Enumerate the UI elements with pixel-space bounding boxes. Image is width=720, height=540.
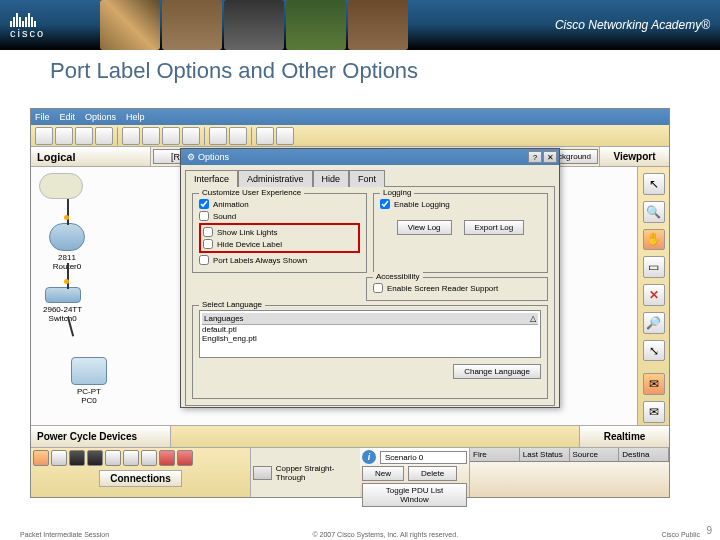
academy-text: Cisco Networking Academy® xyxy=(555,18,710,32)
footer-left: Packet Intermediate Session xyxy=(20,531,109,538)
conn-console-icon[interactable] xyxy=(51,450,67,466)
animation-checkbox[interactable]: Animation xyxy=(199,198,360,210)
tool-new-icon[interactable] xyxy=(35,127,53,145)
tool-undo-icon[interactable] xyxy=(162,127,180,145)
view-log-button[interactable]: View Log xyxy=(397,220,452,235)
conn-cross-icon[interactable] xyxy=(87,450,103,466)
switch-model: 2960-24TT xyxy=(43,305,82,314)
cisco-logo: cisco xyxy=(10,11,45,39)
lang-item-default[interactable]: default.ptl xyxy=(202,325,538,334)
col-status[interactable]: Last Status xyxy=(520,448,570,461)
scenario-dropdown[interactable]: Scenario 0 xyxy=(380,451,467,464)
device-status-bar: Copper Straight-Through xyxy=(251,448,360,497)
power-cycle-button[interactable]: Power Cycle Devices xyxy=(31,426,171,447)
device-footer: Connections Copper Straight-Through i Sc… xyxy=(31,447,669,497)
ux-legend: Customize User Experience xyxy=(199,188,304,197)
delete-tool-icon[interactable]: ✕ xyxy=(643,284,665,306)
realtime-tab[interactable]: Realtime xyxy=(579,426,669,447)
lang-item-english[interactable]: English_eng.ptl xyxy=(202,334,538,343)
note-tool-icon[interactable]: ▭ xyxy=(643,256,665,278)
col-fire[interactable]: Fire xyxy=(470,448,520,461)
device-thumb-icon xyxy=(253,466,272,480)
switch-name: Switch0 xyxy=(43,314,82,323)
scenario-panel: i Scenario 0 New Delete Toggle PDU List … xyxy=(360,448,469,497)
menu-edit[interactable]: Edit xyxy=(60,112,76,122)
logging-legend: Logging xyxy=(380,188,414,197)
event-header: Fire Last Status Source Destina xyxy=(470,448,669,462)
complex-pdu-icon[interactable]: ✉ xyxy=(643,401,665,423)
cloud-shape[interactable] xyxy=(39,173,83,199)
workspace-bottombar: Power Cycle Devices Realtime xyxy=(31,425,669,447)
logging-fieldset: Logging Enable Logging View Log Export L… xyxy=(373,193,548,273)
conn-serial2-icon[interactable] xyxy=(177,450,193,466)
tool-info-icon[interactable] xyxy=(276,127,294,145)
acc-legend: Accessibility xyxy=(373,272,423,281)
highlight-box: Show Link Lights Hide Device Label xyxy=(199,223,360,253)
port-labels-checkbox[interactable]: Port Labels Always Shown xyxy=(199,254,360,266)
conn-serial-icon[interactable] xyxy=(159,450,175,466)
tool-save-icon[interactable] xyxy=(75,127,93,145)
simple-pdu-icon[interactable]: ✉ xyxy=(643,373,665,395)
hand-tool-icon[interactable]: ✋ xyxy=(643,229,665,251)
dialog-tabs: Interface Administrative Hide Font xyxy=(181,165,559,186)
conn-phone-icon[interactable] xyxy=(123,450,139,466)
scenario-delete-button[interactable]: Delete xyxy=(408,466,457,481)
change-language-button[interactable]: Change Language xyxy=(453,364,541,379)
resize-tool-icon[interactable]: ⤡ xyxy=(643,340,665,362)
tab-interface[interactable]: Interface xyxy=(185,170,238,187)
viewport-tab[interactable]: Viewport xyxy=(599,147,669,166)
inspect-tool-icon[interactable]: 🔎 xyxy=(643,312,665,334)
menu-help[interactable]: Help xyxy=(126,112,145,122)
device-panel: Connections xyxy=(31,448,251,497)
tool-zoomin-icon[interactable] xyxy=(209,127,227,145)
close-button[interactable]: ✕ xyxy=(543,151,557,163)
info-icon[interactable]: i xyxy=(362,450,376,464)
device-switch[interactable]: 2960-24TT Switch0 xyxy=(43,287,82,323)
tab-admin[interactable]: Administrative xyxy=(238,170,313,187)
tool-redo-icon[interactable] xyxy=(182,127,200,145)
scenario-new-button[interactable]: New xyxy=(362,466,404,481)
tab-hide[interactable]: Hide xyxy=(313,170,350,187)
banner-photos xyxy=(100,0,450,50)
device-pc[interactable]: PC-PT PC0 xyxy=(71,357,107,405)
hide-device-checkbox[interactable]: Hide Device Label xyxy=(203,238,356,250)
conn-fiber-icon[interactable] xyxy=(105,450,121,466)
show-link-checkbox[interactable]: Show Link Lights xyxy=(203,226,356,238)
tab-font[interactable]: Font xyxy=(349,170,385,187)
tool-open-icon[interactable] xyxy=(55,127,73,145)
col-dest[interactable]: Destina xyxy=(619,448,669,461)
logical-tab[interactable]: Logical xyxy=(31,147,151,166)
screen-reader-checkbox[interactable]: Enable Screen Reader Support xyxy=(373,282,541,294)
sound-checkbox[interactable]: Sound xyxy=(199,210,360,222)
ux-fieldset: Customize User Experience Animation Soun… xyxy=(192,193,367,273)
col-source[interactable]: Source xyxy=(570,448,620,461)
dialog-body: Customize User Experience Animation Soun… xyxy=(185,186,555,406)
tool-palette-icon[interactable] xyxy=(256,127,274,145)
cisco-banner: cisco Cisco Networking Academy® xyxy=(0,0,720,50)
conn-straight-icon[interactable] xyxy=(69,450,85,466)
menu-options[interactable]: Options xyxy=(85,112,116,122)
cisco-wordmark: cisco xyxy=(10,27,45,39)
toggle-pdu-button[interactable]: Toggle PDU List Window xyxy=(362,483,467,507)
tool-paste-icon[interactable] xyxy=(142,127,160,145)
pc-model: PC-PT xyxy=(71,387,107,396)
language-listbox[interactable]: Languages △ default.ptl English_eng.ptl xyxy=(199,310,541,358)
dialog-titlebar[interactable]: ⚙Options ? ✕ xyxy=(181,149,559,165)
select-tool-icon[interactable]: ↖ xyxy=(643,173,665,195)
zoom-tool-icon[interactable]: 🔍 xyxy=(643,201,665,223)
dialog-title: Options xyxy=(198,152,229,162)
menu-file[interactable]: File xyxy=(35,112,50,122)
tool-copy-icon[interactable] xyxy=(122,127,140,145)
conn-coax-icon[interactable] xyxy=(141,450,157,466)
tool-print-icon[interactable] xyxy=(95,127,113,145)
gear-icon: ⚙ xyxy=(187,152,195,162)
conn-auto-icon[interactable] xyxy=(33,450,49,466)
export-log-button[interactable]: Export Log xyxy=(464,220,525,235)
connections-label[interactable]: Connections xyxy=(99,470,182,487)
event-list-panel: Fire Last Status Source Destina xyxy=(469,448,669,497)
slide-footer: Packet Intermediate Session © 2007 Cisco… xyxy=(0,531,720,538)
enable-logging-checkbox[interactable]: Enable Logging xyxy=(380,198,541,210)
lang-legend: Select Language xyxy=(199,300,265,309)
help-button[interactable]: ? xyxy=(528,151,542,163)
tool-zoomout-icon[interactable] xyxy=(229,127,247,145)
